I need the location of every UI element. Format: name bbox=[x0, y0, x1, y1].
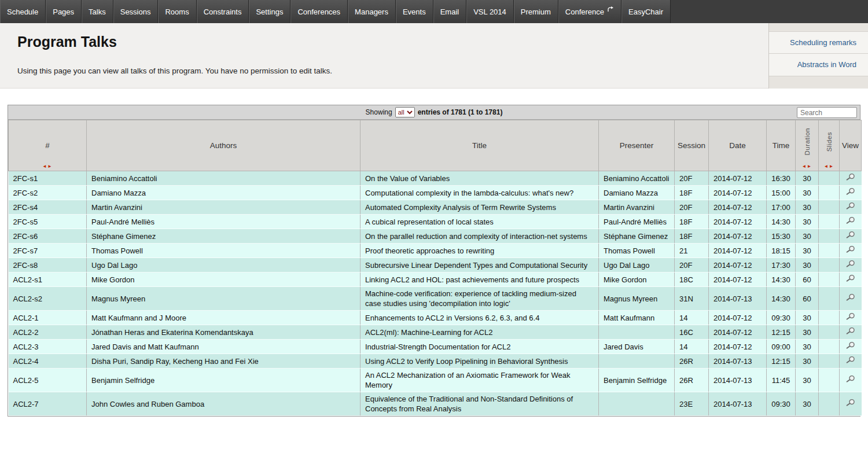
talk-id-cell: ACL2-5 bbox=[9, 369, 87, 392]
talk-id-cell: ACL2-1 bbox=[9, 311, 87, 325]
nav-tab-events[interactable]: Events bbox=[396, 0, 433, 23]
nav-tab-premium[interactable]: Premium bbox=[514, 0, 558, 23]
table-header-row: # ◄► Authors Title Presenter Session Dat… bbox=[9, 120, 862, 171]
talk-id-cell: 2FC-s2 bbox=[9, 186, 87, 200]
nav-tab-talks[interactable]: Talks bbox=[82, 0, 113, 23]
nav-tab-conferences[interactable]: Conferences bbox=[290, 0, 348, 23]
talk-authors-cell: Damiano Mazza bbox=[87, 186, 361, 200]
view-talk-icon[interactable] bbox=[845, 327, 855, 337]
talk-id-cell: ACL2-3 bbox=[9, 340, 87, 354]
talk-view-cell bbox=[840, 392, 862, 416]
view-talk-icon[interactable] bbox=[845, 245, 855, 256]
sort-arrows-icon[interactable]: ◄► bbox=[796, 164, 818, 169]
column-header-authors[interactable]: Authors bbox=[87, 120, 361, 171]
view-talk-icon[interactable] bbox=[845, 293, 855, 304]
view-talk-icon[interactable] bbox=[845, 375, 855, 385]
view-talk-icon[interactable] bbox=[845, 173, 855, 183]
column-header-duration[interactable]: Duration ◄► bbox=[796, 120, 819, 171]
column-header-date[interactable]: Date bbox=[709, 120, 767, 171]
sort-arrows-icon[interactable]: ◄► bbox=[819, 164, 839, 169]
talk-view-cell bbox=[840, 200, 862, 215]
talk-row: ACL2-s1 Mike Gordon Linking ACL2 and HOL… bbox=[9, 272, 862, 287]
talk-presenter-cell: Matt Kaufmann bbox=[599, 311, 675, 325]
talk-duration-cell: 30 bbox=[796, 200, 819, 215]
nav-tab-rooms[interactable]: Rooms bbox=[158, 0, 196, 23]
talk-session-cell: 21 bbox=[675, 244, 709, 258]
column-header-time[interactable]: Time bbox=[767, 120, 796, 171]
nav-tab-vsl-2014[interactable]: VSL 2014 bbox=[466, 0, 514, 23]
column-header-title[interactable]: Title bbox=[361, 120, 599, 171]
talk-session-cell: 20F bbox=[675, 200, 709, 215]
column-header-number[interactable]: # ◄► bbox=[9, 120, 87, 171]
talk-date-cell: 2014-07-12 bbox=[709, 340, 767, 354]
nav-tab-constraints[interactable]: Constraints bbox=[197, 0, 249, 23]
column-header-session[interactable]: Session bbox=[675, 120, 709, 171]
talk-title-cell: Subrecursive Linear Dependent Types and … bbox=[361, 258, 599, 272]
view-talk-icon[interactable] bbox=[845, 187, 855, 198]
nav-tab-sessions[interactable]: Sessions bbox=[113, 0, 159, 23]
talk-time-cell: 14:30 bbox=[767, 215, 796, 229]
nav-tab-email[interactable]: Email bbox=[433, 0, 467, 23]
view-talk-icon[interactable] bbox=[845, 356, 855, 366]
talk-date-cell: 2014-07-12 bbox=[709, 244, 767, 258]
talk-slides-cell bbox=[819, 392, 840, 416]
talk-title-cell: Computational complexity in the lambda-c… bbox=[361, 186, 599, 200]
talk-date-cell: 2014-07-12 bbox=[709, 200, 767, 215]
page-size-select[interactable]: all bbox=[395, 107, 415, 117]
talk-id-cell: ACL2-s2 bbox=[9, 287, 87, 311]
talk-id-cell: 2FC-s8 bbox=[9, 258, 87, 272]
nav-tab-conference[interactable]: Conference bbox=[558, 0, 621, 23]
view-talk-icon[interactable] bbox=[845, 341, 855, 352]
talk-time-cell: 17:00 bbox=[767, 200, 796, 215]
view-talk-icon[interactable] bbox=[845, 274, 855, 285]
page-header: Program Talks Using this page you can vi… bbox=[0, 23, 868, 89]
view-talk-icon[interactable] bbox=[845, 260, 855, 270]
talk-date-cell: 2014-07-13 bbox=[709, 392, 767, 416]
nav-tab-easychair[interactable]: EasyChair bbox=[621, 0, 671, 23]
column-header-presenter[interactable]: Presenter bbox=[599, 120, 675, 171]
view-talk-icon[interactable] bbox=[845, 216, 855, 227]
talk-view-cell bbox=[840, 287, 862, 311]
talk-duration-cell: 60 bbox=[796, 287, 819, 311]
scheduling-remarks-link[interactable]: Scheduling remarks bbox=[769, 31, 868, 54]
nav-tab-settings[interactable]: Settings bbox=[249, 0, 290, 23]
search-input[interactable] bbox=[797, 107, 857, 118]
view-talk-icon[interactable] bbox=[845, 399, 855, 409]
abstracts-in-word-link[interactable]: Abstracts in Word bbox=[769, 54, 868, 76]
talk-session-cell: 26R bbox=[675, 354, 709, 369]
view-talk-icon[interactable] bbox=[845, 231, 855, 241]
talk-session-cell: 16C bbox=[675, 325, 709, 340]
nav-tab-label: Schedule bbox=[7, 8, 38, 16]
view-talk-icon[interactable] bbox=[845, 312, 855, 323]
talk-date-cell: 2014-07-12 bbox=[709, 272, 767, 287]
talk-session-cell: 20F bbox=[675, 258, 709, 272]
column-header-slides[interactable]: Slides ◄► bbox=[819, 120, 840, 171]
talk-title-cell: Linking ACL2 and HOL: past achievements … bbox=[361, 272, 599, 287]
talk-id-cell: 2FC-s4 bbox=[9, 200, 87, 215]
talk-row: 2FC-s8 Ugo Dal Lago Subrecursive Linear … bbox=[9, 258, 862, 272]
talk-title-cell: On the parallel reduction and complexity… bbox=[361, 229, 599, 244]
column-header-view[interactable]: View bbox=[840, 120, 862, 171]
view-talk-icon[interactable] bbox=[845, 202, 855, 212]
talk-slides-cell bbox=[819, 171, 840, 186]
talk-view-cell bbox=[840, 311, 862, 325]
talk-view-cell bbox=[840, 272, 862, 287]
nav-tab-label: VSL 2014 bbox=[473, 8, 506, 16]
talk-view-cell bbox=[840, 229, 862, 244]
table-paging-bar: Showing all entries of 1781 (1 to 1781) bbox=[8, 105, 860, 120]
talk-presenter-cell: Stéphane Gimenez bbox=[599, 229, 675, 244]
talk-authors-cell: Disha Puri, Sandip Ray, Kecheng Hao and … bbox=[87, 354, 361, 369]
talk-authors-cell: John Cowles and Ruben Gamboa bbox=[87, 392, 361, 416]
talks-table-body: 2FC-s1 Beniamino Accattoli On the Value … bbox=[9, 171, 862, 416]
talk-title-cell: Automated Complexity Analysis of Term Re… bbox=[361, 200, 599, 215]
talk-view-cell bbox=[840, 244, 862, 258]
talk-date-cell: 2014-07-13 bbox=[709, 369, 767, 392]
talk-session-cell: 18C bbox=[675, 272, 709, 287]
talk-session-cell: 31N bbox=[675, 287, 709, 311]
talk-date-cell: 2014-07-12 bbox=[709, 215, 767, 229]
nav-tab-managers[interactable]: Managers bbox=[348, 0, 396, 23]
sort-arrows-icon[interactable]: ◄► bbox=[9, 164, 86, 169]
nav-tab-pages[interactable]: Pages bbox=[46, 0, 82, 23]
nav-tab-schedule[interactable]: Schedule bbox=[0, 0, 46, 23]
talk-row: ACL2-5 Benjamin Selfridge An ACL2 Mechan… bbox=[9, 369, 862, 392]
